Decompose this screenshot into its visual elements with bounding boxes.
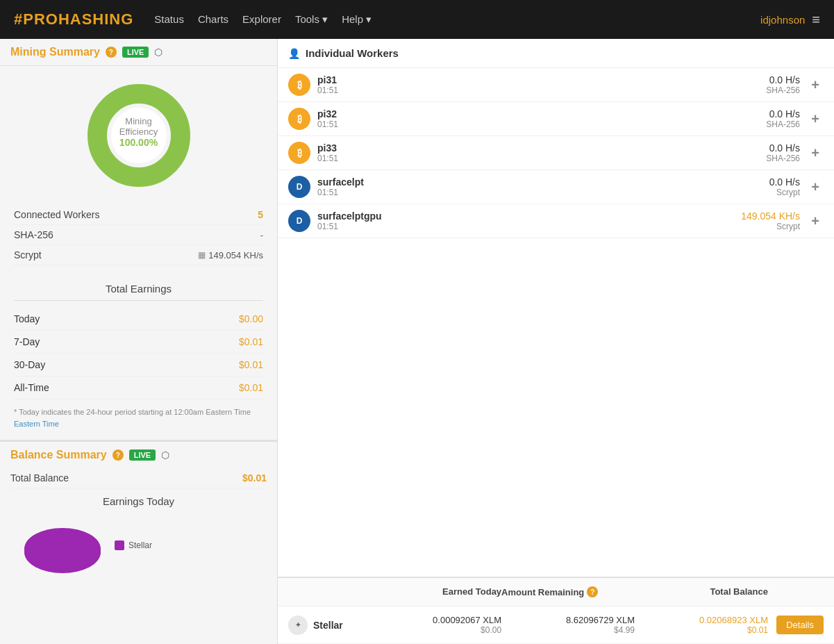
hamburger-icon[interactable]: ≡ <box>812 12 820 28</box>
navbar: #PROHASHING Status Charts Explorer Tools… <box>0 0 834 39</box>
worker-name-pi32: pi32 <box>317 108 759 119</box>
svg-point-3 <box>24 528 101 570</box>
remaining-info-icon[interactable]: ? <box>587 586 598 597</box>
worker-name-surfacelptgpu: surfacelptgpu <box>317 210 734 222</box>
worker-hash-surfacelpt: 0.0 H/s <box>769 176 800 188</box>
total-usd: $0.01 <box>635 625 768 635</box>
balance-export-icon[interactable]: ⬡ <box>161 449 169 461</box>
sha256-value: - <box>260 230 263 240</box>
earnings-7day-row: 7-Day $0.01 <box>14 331 263 354</box>
sha256-label: SHA-256 <box>14 229 53 240</box>
worker-row-pi31: ₿ pi31 01:51 0.0 H/s SHA-256 + <box>278 68 834 102</box>
mining-info-icon[interactable]: ? <box>106 47 117 58</box>
worker-info-pi32: pi32 01:51 <box>317 108 759 129</box>
worker-add-surfacelptgpu[interactable]: + <box>807 213 824 229</box>
total-balance-row: Total Balance $0.01 <box>10 468 267 488</box>
scrypt-row: Scrypt ▦ 149.054 KH/s <box>14 245 263 265</box>
stellar-icon: ✦ <box>288 616 308 635</box>
donut-label: Mining Efficiency 100.00% <box>111 116 167 148</box>
worker-algo-pi32: SHA-256 <box>766 119 800 129</box>
main-layout: Mining Summary ? LIVE ⬡ Mining Efficienc… <box>0 39 834 644</box>
empty-content-area <box>278 238 834 577</box>
details-button[interactable]: Details <box>776 616 824 634</box>
balance-table-section: Earned Today Amount Remaining ? Total Ba… <box>278 577 834 644</box>
scrypt-value: ▦ 149.054 KH/s <box>198 250 263 261</box>
scrypt-label: Scrypt <box>14 249 42 261</box>
worker-algo-pi33: SHA-256 <box>766 154 800 163</box>
nav-status[interactable]: Status <box>154 13 184 26</box>
worker-name-pi33: pi33 <box>317 142 759 154</box>
worker-time-pi32: 01:51 <box>317 119 759 129</box>
export-icon[interactable]: ⬡ <box>154 47 162 58</box>
worker-info-surfacelpt: surfacelpt 01:51 <box>317 176 762 197</box>
nav-help[interactable]: Help ▾ <box>342 13 372 26</box>
workers-header: 👤 Individual Workers <box>278 39 834 68</box>
worker-row-pi32: ₿ pi32 01:51 0.0 H/s SHA-256 + <box>278 102 834 136</box>
worker-stats-surfacelptgpu: 149.054 KH/s Scrypt <box>741 210 800 231</box>
balance-col-currency <box>288 586 368 597</box>
worker-row-surfacelptgpu: D surfacelptgpu 01:51 149.054 KH/s Scryp… <box>278 204 834 238</box>
worker-info-surfacelptgpu: surfacelptgpu 01:51 <box>317 210 734 231</box>
worker-add-pi31[interactable]: + <box>807 77 824 93</box>
efficiency-value: 100.00% <box>111 137 167 148</box>
worker-time-surfacelptgpu: 01:51 <box>317 222 734 231</box>
earnings-today-label: Today <box>14 313 40 324</box>
nav-tools[interactable]: Tools ▾ <box>295 13 328 26</box>
balance-earned-cell: 0.00092067 XLM $0.00 <box>368 615 501 635</box>
balance-col-actions <box>768 586 824 597</box>
workers-icon: 👤 <box>288 48 300 59</box>
worker-algo-pi31: SHA-256 <box>766 85 800 95</box>
worker-add-surfacelpt[interactable]: + <box>807 179 824 195</box>
worker-stats-pi31: 0.0 H/s SHA-256 <box>766 74 800 95</box>
balance-remaining-cell: 8.62096729 XLM $4.99 <box>501 615 635 635</box>
nav-explorer[interactable]: Explorer <box>242 13 281 26</box>
worker-name-pi31: pi31 <box>317 74 759 85</box>
mining-summary-title: Mining Summary <box>10 46 100 58</box>
currency-name: Stellar <box>313 620 343 631</box>
navbar-left: #PROHASHING Status Charts Explorer Tools… <box>14 10 372 28</box>
balance-info-icon[interactable]: ? <box>112 449 124 461</box>
live-badge: LIVE <box>122 47 149 58</box>
worker-time-surfacelpt: 01:51 <box>317 188 762 197</box>
earnings-30day-value: $0.01 <box>239 359 263 370</box>
worker-coin-icon-pi31: ₿ <box>288 74 310 96</box>
balance-title: Balance Summary <box>10 449 107 461</box>
worker-stats-surfacelpt: 0.0 H/s Scrypt <box>769 176 800 197</box>
worker-add-pi33[interactable]: + <box>807 145 824 161</box>
efficiency-label: Mining Efficiency <box>111 116 167 137</box>
worker-coin-icon-pi32: ₿ <box>288 108 310 130</box>
total-balance-value: $0.01 <box>242 472 267 484</box>
worker-info-pi31: pi31 01:51 <box>317 74 759 95</box>
balance-currency-cell: ✦ Stellar <box>288 616 368 635</box>
earnings-alltime-row: All-Time $0.01 <box>14 377 263 399</box>
balance-col-earned: Earned Today <box>368 586 501 597</box>
eastern-time-link[interactable]: Eastern Time <box>14 420 59 428</box>
navbar-links: Status Charts Explorer Tools ▾ Help ▾ <box>154 13 372 26</box>
navbar-username[interactable]: idjohnson <box>760 14 805 26</box>
worker-coin-icon-surfacelptgpu: D <box>288 210 310 232</box>
right-panel: 👤 Individual Workers ₿ pi31 01:51 0.0 H/… <box>278 39 834 644</box>
balance-summary-section: Balance Summary ? LIVE ⬡ Total Balance $… <box>0 440 277 587</box>
earnings-alltime-value: $0.01 <box>239 382 263 393</box>
earnings-note: * Today indicates the 24-hour period sta… <box>14 406 263 429</box>
earnings-7day-label: 7-Day <box>14 336 40 347</box>
worker-time-pi33: 01:51 <box>317 154 759 163</box>
legend-stellar-label: Stellar <box>128 540 152 550</box>
earnings-7day-value: $0.01 <box>239 336 263 347</box>
mining-summary-header: Mining Summary ? LIVE ⬡ <box>0 39 277 66</box>
earned-usd: $0.00 <box>368 625 501 635</box>
navbar-logo[interactable]: #PROHASHING <box>14 10 133 28</box>
earnings-today-value: $0.00 <box>239 313 263 324</box>
earnings-30day-row: 30-Day $0.01 <box>14 354 263 377</box>
earnings-title: Total Earnings <box>14 283 263 301</box>
balance-total-cell: 0.02068923 XLM $0.01 <box>635 615 768 635</box>
legend-stellar-color <box>115 540 124 550</box>
sha256-row: SHA-256 - <box>14 225 263 245</box>
worker-hash-pi31: 0.0 H/s <box>766 74 800 85</box>
nav-charts[interactable]: Charts <box>198 13 228 26</box>
worker-add-pi32[interactable]: + <box>807 111 824 127</box>
remaining-xlm: 8.62096729 XLM <box>501 615 635 625</box>
worker-info-pi33: pi33 01:51 <box>317 142 759 163</box>
worker-stats-pi33: 0.0 H/s SHA-256 <box>766 142 800 163</box>
worker-algo-surfacelpt: Scrypt <box>769 188 800 197</box>
